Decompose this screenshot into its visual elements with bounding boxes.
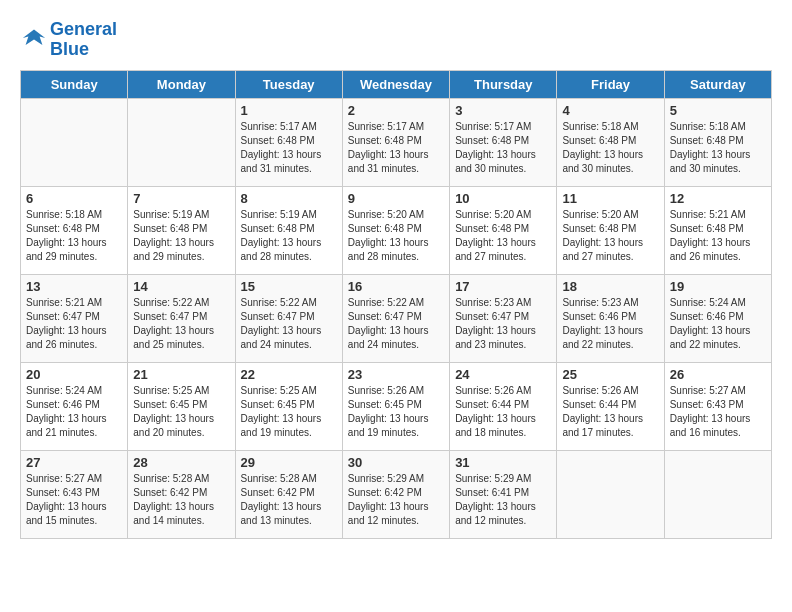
day-number: 2 bbox=[348, 103, 444, 118]
day-info: Sunrise: 5:29 AM Sunset: 6:41 PM Dayligh… bbox=[455, 472, 551, 528]
day-info: Sunrise: 5:23 AM Sunset: 6:46 PM Dayligh… bbox=[562, 296, 658, 352]
calendar-cell: 31Sunrise: 5:29 AM Sunset: 6:41 PM Dayli… bbox=[450, 450, 557, 538]
calendar-cell bbox=[557, 450, 664, 538]
day-number: 5 bbox=[670, 103, 766, 118]
day-info: Sunrise: 5:22 AM Sunset: 6:47 PM Dayligh… bbox=[241, 296, 337, 352]
day-number: 1 bbox=[241, 103, 337, 118]
day-number: 4 bbox=[562, 103, 658, 118]
calendar-cell: 4Sunrise: 5:18 AM Sunset: 6:48 PM Daylig… bbox=[557, 98, 664, 186]
calendar-cell: 21Sunrise: 5:25 AM Sunset: 6:45 PM Dayli… bbox=[128, 362, 235, 450]
calendar-cell: 11Sunrise: 5:20 AM Sunset: 6:48 PM Dayli… bbox=[557, 186, 664, 274]
day-number: 30 bbox=[348, 455, 444, 470]
calendar-cell: 14Sunrise: 5:22 AM Sunset: 6:47 PM Dayli… bbox=[128, 274, 235, 362]
day-info: Sunrise: 5:28 AM Sunset: 6:42 PM Dayligh… bbox=[241, 472, 337, 528]
day-number: 16 bbox=[348, 279, 444, 294]
header-row: SundayMondayTuesdayWednesdayThursdayFrid… bbox=[21, 70, 772, 98]
day-info: Sunrise: 5:27 AM Sunset: 6:43 PM Dayligh… bbox=[670, 384, 766, 440]
calendar-cell: 2Sunrise: 5:17 AM Sunset: 6:48 PM Daylig… bbox=[342, 98, 449, 186]
day-number: 12 bbox=[670, 191, 766, 206]
day-info: Sunrise: 5:18 AM Sunset: 6:48 PM Dayligh… bbox=[26, 208, 122, 264]
calendar-cell bbox=[128, 98, 235, 186]
calendar-table: SundayMondayTuesdayWednesdayThursdayFrid… bbox=[20, 70, 772, 539]
calendar-cell: 23Sunrise: 5:26 AM Sunset: 6:45 PM Dayli… bbox=[342, 362, 449, 450]
week-row-2: 6Sunrise: 5:18 AM Sunset: 6:48 PM Daylig… bbox=[21, 186, 772, 274]
calendar-cell: 3Sunrise: 5:17 AM Sunset: 6:48 PM Daylig… bbox=[450, 98, 557, 186]
day-number: 27 bbox=[26, 455, 122, 470]
day-info: Sunrise: 5:29 AM Sunset: 6:42 PM Dayligh… bbox=[348, 472, 444, 528]
day-number: 17 bbox=[455, 279, 551, 294]
calendar-cell: 29Sunrise: 5:28 AM Sunset: 6:42 PM Dayli… bbox=[235, 450, 342, 538]
week-row-4: 20Sunrise: 5:24 AM Sunset: 6:46 PM Dayli… bbox=[21, 362, 772, 450]
calendar-cell: 30Sunrise: 5:29 AM Sunset: 6:42 PM Dayli… bbox=[342, 450, 449, 538]
day-info: Sunrise: 5:26 AM Sunset: 6:44 PM Dayligh… bbox=[455, 384, 551, 440]
day-info: Sunrise: 5:26 AM Sunset: 6:45 PM Dayligh… bbox=[348, 384, 444, 440]
day-header-tuesday: Tuesday bbox=[235, 70, 342, 98]
day-info: Sunrise: 5:27 AM Sunset: 6:43 PM Dayligh… bbox=[26, 472, 122, 528]
day-info: Sunrise: 5:21 AM Sunset: 6:48 PM Dayligh… bbox=[670, 208, 766, 264]
calendar-header: SundayMondayTuesdayWednesdayThursdayFrid… bbox=[21, 70, 772, 98]
calendar-cell: 7Sunrise: 5:19 AM Sunset: 6:48 PM Daylig… bbox=[128, 186, 235, 274]
day-info: Sunrise: 5:24 AM Sunset: 6:46 PM Dayligh… bbox=[26, 384, 122, 440]
day-number: 29 bbox=[241, 455, 337, 470]
day-number: 31 bbox=[455, 455, 551, 470]
day-info: Sunrise: 5:20 AM Sunset: 6:48 PM Dayligh… bbox=[348, 208, 444, 264]
day-info: Sunrise: 5:18 AM Sunset: 6:48 PM Dayligh… bbox=[562, 120, 658, 176]
day-info: Sunrise: 5:25 AM Sunset: 6:45 PM Dayligh… bbox=[241, 384, 337, 440]
calendar-cell: 27Sunrise: 5:27 AM Sunset: 6:43 PM Dayli… bbox=[21, 450, 128, 538]
week-row-3: 13Sunrise: 5:21 AM Sunset: 6:47 PM Dayli… bbox=[21, 274, 772, 362]
day-header-thursday: Thursday bbox=[450, 70, 557, 98]
calendar-cell: 8Sunrise: 5:19 AM Sunset: 6:48 PM Daylig… bbox=[235, 186, 342, 274]
day-info: Sunrise: 5:22 AM Sunset: 6:47 PM Dayligh… bbox=[348, 296, 444, 352]
day-info: Sunrise: 5:24 AM Sunset: 6:46 PM Dayligh… bbox=[670, 296, 766, 352]
day-info: Sunrise: 5:19 AM Sunset: 6:48 PM Dayligh… bbox=[133, 208, 229, 264]
day-info: Sunrise: 5:23 AM Sunset: 6:47 PM Dayligh… bbox=[455, 296, 551, 352]
day-header-monday: Monday bbox=[128, 70, 235, 98]
calendar-cell: 12Sunrise: 5:21 AM Sunset: 6:48 PM Dayli… bbox=[664, 186, 771, 274]
day-info: Sunrise: 5:20 AM Sunset: 6:48 PM Dayligh… bbox=[562, 208, 658, 264]
week-row-1: 1Sunrise: 5:17 AM Sunset: 6:48 PM Daylig… bbox=[21, 98, 772, 186]
calendar-cell: 15Sunrise: 5:22 AM Sunset: 6:47 PM Dayli… bbox=[235, 274, 342, 362]
day-info: Sunrise: 5:28 AM Sunset: 6:42 PM Dayligh… bbox=[133, 472, 229, 528]
calendar-cell: 28Sunrise: 5:28 AM Sunset: 6:42 PM Dayli… bbox=[128, 450, 235, 538]
calendar-cell bbox=[664, 450, 771, 538]
day-info: Sunrise: 5:25 AM Sunset: 6:45 PM Dayligh… bbox=[133, 384, 229, 440]
svg-marker-0 bbox=[23, 29, 45, 44]
calendar-cell: 18Sunrise: 5:23 AM Sunset: 6:46 PM Dayli… bbox=[557, 274, 664, 362]
day-number: 10 bbox=[455, 191, 551, 206]
day-number: 24 bbox=[455, 367, 551, 382]
logo-icon bbox=[20, 24, 48, 52]
calendar-cell bbox=[21, 98, 128, 186]
day-number: 8 bbox=[241, 191, 337, 206]
calendar-cell: 25Sunrise: 5:26 AM Sunset: 6:44 PM Dayli… bbox=[557, 362, 664, 450]
day-info: Sunrise: 5:18 AM Sunset: 6:48 PM Dayligh… bbox=[670, 120, 766, 176]
day-header-friday: Friday bbox=[557, 70, 664, 98]
day-number: 6 bbox=[26, 191, 122, 206]
logo-text: GeneralBlue bbox=[50, 20, 117, 60]
calendar-cell: 1Sunrise: 5:17 AM Sunset: 6:48 PM Daylig… bbox=[235, 98, 342, 186]
day-info: Sunrise: 5:26 AM Sunset: 6:44 PM Dayligh… bbox=[562, 384, 658, 440]
week-row-5: 27Sunrise: 5:27 AM Sunset: 6:43 PM Dayli… bbox=[21, 450, 772, 538]
calendar-cell: 20Sunrise: 5:24 AM Sunset: 6:46 PM Dayli… bbox=[21, 362, 128, 450]
day-info: Sunrise: 5:22 AM Sunset: 6:47 PM Dayligh… bbox=[133, 296, 229, 352]
day-number: 9 bbox=[348, 191, 444, 206]
calendar-body: 1Sunrise: 5:17 AM Sunset: 6:48 PM Daylig… bbox=[21, 98, 772, 538]
calendar-cell: 10Sunrise: 5:20 AM Sunset: 6:48 PM Dayli… bbox=[450, 186, 557, 274]
day-number: 20 bbox=[26, 367, 122, 382]
day-number: 28 bbox=[133, 455, 229, 470]
day-info: Sunrise: 5:20 AM Sunset: 6:48 PM Dayligh… bbox=[455, 208, 551, 264]
day-number: 26 bbox=[670, 367, 766, 382]
day-header-saturday: Saturday bbox=[664, 70, 771, 98]
day-number: 3 bbox=[455, 103, 551, 118]
logo: GeneralBlue bbox=[20, 20, 117, 60]
day-info: Sunrise: 5:17 AM Sunset: 6:48 PM Dayligh… bbox=[348, 120, 444, 176]
day-info: Sunrise: 5:17 AM Sunset: 6:48 PM Dayligh… bbox=[455, 120, 551, 176]
day-number: 23 bbox=[348, 367, 444, 382]
day-number: 7 bbox=[133, 191, 229, 206]
calendar-cell: 24Sunrise: 5:26 AM Sunset: 6:44 PM Dayli… bbox=[450, 362, 557, 450]
day-info: Sunrise: 5:17 AM Sunset: 6:48 PM Dayligh… bbox=[241, 120, 337, 176]
day-number: 18 bbox=[562, 279, 658, 294]
page-header: GeneralBlue bbox=[20, 20, 772, 60]
calendar-cell: 6Sunrise: 5:18 AM Sunset: 6:48 PM Daylig… bbox=[21, 186, 128, 274]
day-info: Sunrise: 5:21 AM Sunset: 6:47 PM Dayligh… bbox=[26, 296, 122, 352]
day-number: 25 bbox=[562, 367, 658, 382]
